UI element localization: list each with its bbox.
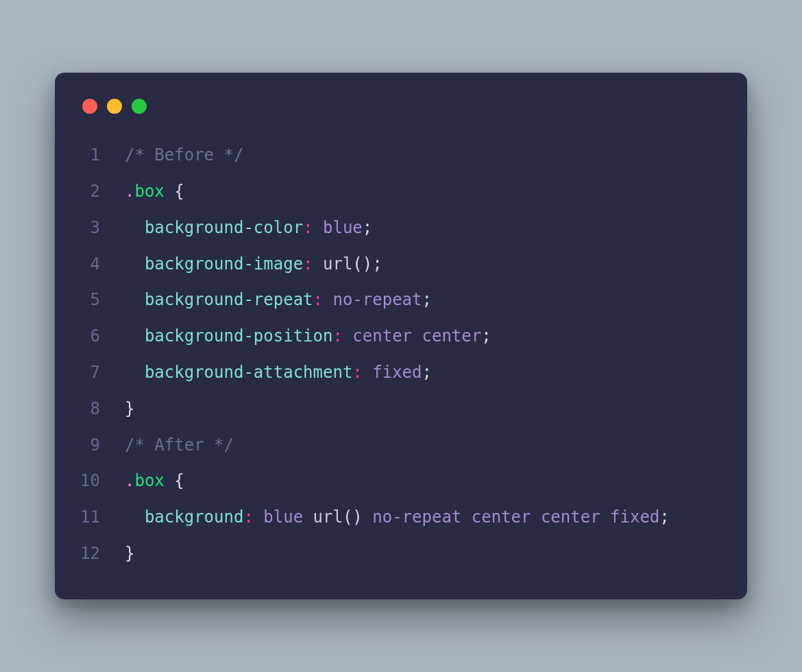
token-plain bbox=[313, 254, 323, 274]
token-class: box bbox=[134, 182, 164, 201]
code-line[interactable]: 3background-color: blue; bbox=[55, 210, 747, 246]
line-number: 9 bbox=[55, 427, 121, 464]
line-content[interactable]: /* Before */ bbox=[121, 137, 720, 173]
line-number: 3 bbox=[55, 210, 121, 246]
token-colon: : bbox=[332, 326, 342, 346]
line-content[interactable]: background-attachment: fixed; bbox=[121, 355, 720, 391]
token-semi: ; bbox=[659, 507, 669, 527]
token-prop: background-color bbox=[145, 218, 303, 237]
line-number: 10 bbox=[55, 463, 121, 499]
line-content[interactable]: background-position: center center; bbox=[121, 318, 720, 355]
token-prop: background-position bbox=[145, 326, 333, 346]
line-number: 7 bbox=[55, 355, 121, 391]
token-plain bbox=[343, 326, 352, 346]
token-fn: url bbox=[323, 254, 352, 274]
token-colon: : bbox=[303, 218, 313, 237]
code-line[interactable]: 1/* Before */ bbox=[55, 137, 747, 173]
line-content[interactable]: background: blue url() no-repeat center … bbox=[121, 499, 720, 536]
token-value: no-repeat center center fixed bbox=[363, 507, 659, 527]
token-value: center center bbox=[352, 326, 481, 346]
code-line[interactable]: 7background-attachment: fixed; bbox=[55, 355, 747, 391]
token-semi: ; bbox=[422, 363, 431, 382]
code-line[interactable]: 2.box { bbox=[55, 173, 747, 210]
code-line[interactable]: 9/* After */ bbox=[55, 427, 747, 464]
token-value: blue bbox=[323, 218, 363, 237]
code-line[interactable]: 5background-repeat: no-repeat; bbox=[55, 282, 747, 318]
token-prop: background bbox=[145, 507, 244, 527]
stage: 1/* Before */2.box {3background-color: b… bbox=[0, 0, 802, 672]
close-icon[interactable] bbox=[82, 99, 97, 114]
token-plain bbox=[165, 471, 174, 490]
token-plain bbox=[254, 507, 263, 527]
code-line[interactable]: 10.box { bbox=[55, 463, 747, 499]
line-content[interactable]: .box { bbox=[121, 463, 720, 499]
minimize-icon[interactable] bbox=[107, 99, 122, 114]
code-window: 1/* Before */2.box {3background-color: b… bbox=[55, 73, 747, 599]
line-content[interactable]: .box { bbox=[121, 173, 720, 210]
token-dot: . bbox=[125, 182, 134, 201]
token-colon: : bbox=[303, 254, 313, 274]
line-number: 6 bbox=[55, 318, 121, 355]
token-brace: } bbox=[125, 399, 134, 418]
token-paren: () bbox=[343, 507, 363, 527]
token-plain bbox=[313, 218, 323, 237]
code-line[interactable]: 11background: blue url() no-repeat cente… bbox=[55, 499, 747, 536]
line-content[interactable]: background-color: blue; bbox=[121, 210, 720, 246]
token-semi: ; bbox=[422, 290, 431, 309]
token-dot: . bbox=[125, 471, 134, 490]
line-number: 4 bbox=[55, 246, 121, 283]
token-semi: ; bbox=[372, 254, 382, 274]
token-brace: } bbox=[125, 544, 134, 563]
token-colon: : bbox=[352, 363, 362, 382]
token-plain bbox=[323, 290, 332, 309]
line-number: 8 bbox=[55, 391, 121, 427]
token-value: blue bbox=[263, 507, 313, 527]
token-brace: { bbox=[174, 471, 184, 490]
window-controls bbox=[55, 92, 747, 137]
token-plain bbox=[363, 363, 372, 382]
token-comment: /* After */ bbox=[125, 435, 234, 455]
token-semi: ; bbox=[363, 218, 372, 237]
token-comment: /* Before */ bbox=[125, 145, 243, 165]
code-line[interactable]: 6background-position: center center; bbox=[55, 318, 747, 355]
line-number: 12 bbox=[55, 536, 121, 572]
line-content[interactable]: } bbox=[121, 536, 720, 572]
line-number: 5 bbox=[55, 282, 121, 318]
line-content[interactable]: /* After */ bbox=[121, 427, 720, 464]
token-prop: background-repeat bbox=[145, 290, 313, 309]
token-class: box bbox=[134, 471, 164, 490]
line-number: 11 bbox=[55, 499, 121, 536]
token-colon: : bbox=[313, 290, 323, 309]
code-editor[interactable]: 1/* Before */2.box {3background-color: b… bbox=[55, 137, 747, 572]
line-number: 1 bbox=[55, 137, 121, 173]
line-content[interactable]: background-image: url(); bbox=[121, 246, 720, 283]
line-number: 2 bbox=[55, 173, 121, 210]
zoom-icon[interactable] bbox=[132, 99, 147, 114]
token-semi: ; bbox=[481, 326, 491, 346]
line-content[interactable]: } bbox=[121, 391, 720, 427]
token-prop: background-image bbox=[145, 254, 303, 274]
token-value: fixed bbox=[372, 363, 422, 382]
token-value: no-repeat bbox=[332, 290, 422, 309]
token-fn: url bbox=[313, 507, 343, 527]
token-paren: () bbox=[352, 254, 372, 274]
code-line[interactable]: 8} bbox=[55, 391, 747, 427]
line-content[interactable]: background-repeat: no-repeat; bbox=[121, 282, 720, 318]
token-plain bbox=[165, 182, 174, 201]
token-colon: : bbox=[243, 507, 253, 527]
code-line[interactable]: 12} bbox=[55, 536, 747, 572]
token-brace: { bbox=[174, 182, 184, 201]
token-prop: background-attachment bbox=[145, 363, 352, 382]
code-line[interactable]: 4background-image: url(); bbox=[55, 246, 747, 283]
